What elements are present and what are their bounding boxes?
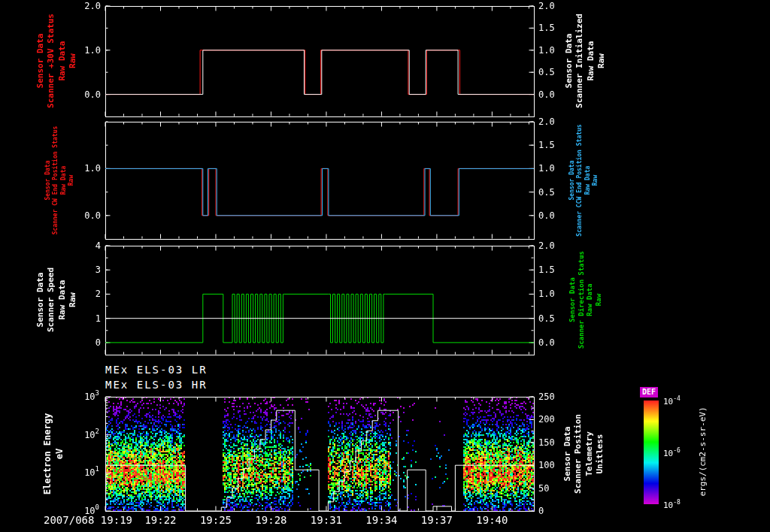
colorbar-gradient (644, 401, 659, 504)
end-position-status-panel-right-tick-labels: 2.01.51.00.50.0 (538, 116, 555, 221)
svg-text:250: 250 (538, 391, 555, 402)
svg-text:1.0: 1.0 (538, 45, 555, 56)
svg-text:1.0: 1.0 (538, 289, 555, 299)
svg-text:2.0: 2.0 (538, 1, 555, 11)
svg-text:0.5: 0.5 (538, 187, 555, 198)
x-tick-label: 19:31 (300, 514, 353, 526)
panel3-left-label: Sensor DataScanner SpeedRaw DataRaw (35, 268, 78, 332)
spectrogram-panel-left-tick-labels: 103102101100 (84, 389, 99, 516)
end-position-status-panel: 1.00.02.01.51.00.50.0 (84, 116, 554, 240)
svg-text:50: 50 (538, 483, 549, 494)
scanner-ccw-end-position-status-raw-trace (105, 168, 534, 215)
spectrogram-panel: 103102101100250200150100500 (84, 389, 555, 516)
scanner-speed-panel-left-tick-labels: 43210 (95, 240, 101, 348)
panel2-right-label: Sensor DataScanner CCW End Position Stat… (568, 124, 600, 236)
x-axis-date-label: 2007/068 19:19 (44, 514, 132, 526)
x-tick-label: 19:25 (189, 514, 242, 526)
scanner-status-panel: 2.01.00.02.01.51.00.50.0 (84, 1, 554, 117)
svg-text:1.5: 1.5 (538, 140, 555, 150)
svg-text:103: 103 (84, 389, 99, 402)
scanner-status-panel-right-tick-labels: 2.01.51.00.50.0 (538, 1, 555, 100)
svg-text:0.0: 0.0 (538, 210, 555, 221)
svg-text:2.0: 2.0 (538, 240, 555, 251)
panel2-left-label: Sensor DataScanner CW End Position Statu… (44, 126, 76, 235)
svg-text:200: 200 (538, 414, 555, 425)
panel1-left-label: Sensor DataScanner +30V StatusRaw DataRa… (35, 14, 78, 108)
svg-text:100: 100 (538, 460, 555, 470)
panel4-left-label: Electron EnergyeV (42, 413, 65, 494)
colorbar-tick-label: 10-4 (663, 395, 681, 407)
panel1-right-label: Sensor DataScanner InitializedRaw DataRa… (564, 14, 607, 108)
svg-text:1.5: 1.5 (538, 23, 555, 33)
svg-text:1.5: 1.5 (538, 264, 555, 275)
x-tick-label: 19:22 (134, 514, 186, 526)
svg-text:1: 1 (95, 313, 101, 324)
svg-text:0.0: 0.0 (538, 337, 555, 348)
svg-text:1.0: 1.0 (538, 163, 555, 174)
svg-text:101: 101 (84, 465, 99, 478)
svg-text:2.0: 2.0 (538, 116, 555, 127)
x-tick-label: 19:28 (244, 514, 297, 526)
panel4-right-label: Sensor DataScanner PositionTelemetryUnit… (562, 414, 605, 494)
svg-text:0.0: 0.0 (84, 89, 101, 100)
svg-text:2.0: 2.0 (84, 1, 101, 11)
svg-text:4: 4 (95, 240, 101, 251)
svg-text:3: 3 (95, 264, 101, 275)
scanner-initialized-raw-trace (105, 50, 534, 95)
spectrogram-panel-right-tick-labels: 250200150100500 (538, 391, 555, 516)
scanner-cw-end-position-status-raw-trace (105, 168, 534, 215)
x-tick-label: 19:40 (465, 514, 518, 526)
svg-text:0.0: 0.0 (538, 89, 555, 100)
scanner-speed-panel-right-tick-labels: 2.01.51.00.50.0 (538, 240, 555, 348)
svg-text:0.0: 0.0 (84, 210, 101, 221)
scanner-speed-panel: 432102.01.51.00.50.0 (95, 240, 555, 355)
svg-text:0.5: 0.5 (538, 313, 555, 324)
end-position-status-panel-left-tick-labels: 1.00.0 (84, 163, 101, 220)
colorbar-title: DEF (640, 387, 658, 397)
svg-text:150: 150 (538, 437, 555, 448)
svg-text:1.0: 1.0 (84, 163, 101, 174)
colorbar-tick-label: 10-8 (663, 499, 681, 510)
colorbar-tick-label: 10-6 (663, 447, 681, 458)
els-quicklook-plot: MEx ELS-03 LR MEx ELS-03 HR 2.01.00.02.0… (0, 0, 770, 532)
x-tick-label: 19:37 (411, 514, 463, 526)
scanner-plus30v-status-raw-trace (105, 50, 534, 95)
scanner-status-panel-left-tick-labels: 2.01.00.0 (84, 1, 101, 100)
colorbar-unit-label: ergs/(cm2-s-sr-eV) (698, 407, 708, 496)
svg-text:0: 0 (95, 337, 101, 348)
scanner-position-telemetry-trace (105, 410, 534, 511)
svg-text:2: 2 (95, 289, 101, 299)
svg-text:0.5: 0.5 (538, 67, 555, 77)
svg-text:0: 0 (538, 506, 544, 516)
x-tick-label: 19:34 (355, 514, 408, 526)
panel3-right-label: Sensor DataScanner Direction StatusRaw D… (568, 251, 604, 349)
svg-text:1.0: 1.0 (84, 45, 101, 56)
svg-text:102: 102 (84, 428, 99, 440)
